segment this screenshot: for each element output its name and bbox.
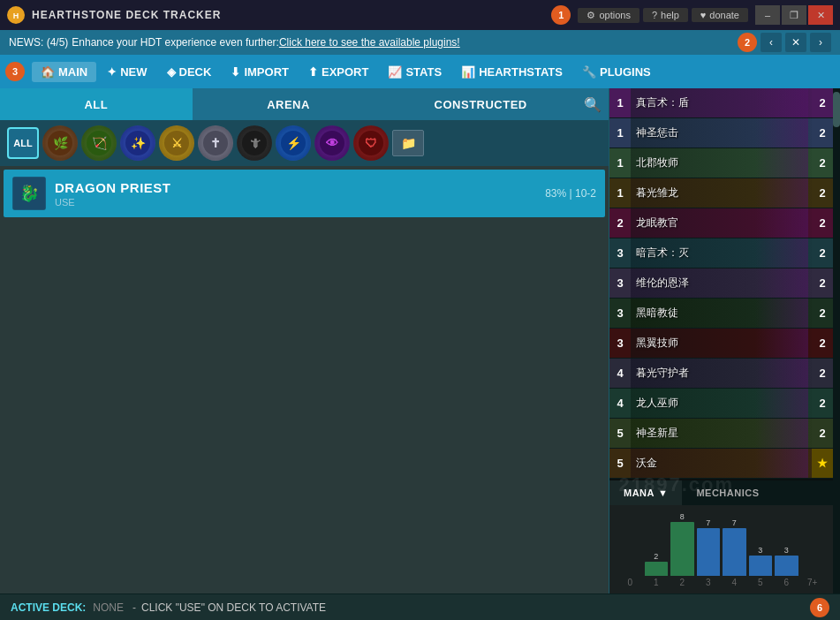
svg-text:⚔: ⚔ [171, 136, 183, 150]
hearthstats-icon: 📊 [461, 65, 475, 79]
card-count: 2 [812, 208, 833, 238]
bar-rect [723, 528, 746, 576]
card-cost: 1 [609, 88, 631, 118]
options-button[interactable]: ⚙ options [578, 8, 639, 23]
card-row[interactable]: 3暗言术：灭2 [609, 238, 833, 268]
filter-priest[interactable]: ✝ [198, 125, 233, 161]
filter-warrior[interactable]: 🛡 [353, 125, 389, 161]
filter-folder[interactable]: 📁 [392, 130, 424, 156]
card-row[interactable]: 3黑暗教徒2 [609, 299, 833, 329]
news-close-button[interactable]: ✕ [785, 33, 806, 52]
nav-deck[interactable]: ◈ DECK [158, 62, 221, 82]
bar-value-label: 3 [758, 546, 762, 555]
svg-text:H: H [13, 11, 19, 20]
filter-rogue[interactable]: 🗡 [237, 125, 272, 161]
card-name: 沃金 [631, 456, 812, 471]
card-cost: 3 [609, 238, 631, 268]
deck-item-dragon-priest[interactable]: 🐉 DRAGON PRIEST USE 83% | 10-2 [4, 170, 605, 217]
card-count: 2 [812, 268, 833, 299]
card-row[interactable]: 4暮光守护者2 [609, 359, 833, 389]
bar-group [618, 512, 642, 576]
heart-icon: ♥ [700, 10, 707, 20]
titlebar: H HEARTHSTONE DECK TRACKER 1 ⚙ options ?… [0, 0, 840, 30]
x-label: 5 [749, 578, 773, 587]
news-next-button[interactable]: › [810, 33, 831, 52]
chart-area: MANA ▼ MECHANICS 28773301234567+ [609, 479, 833, 594]
main-content: ALL ARENA CONSTRUCTED 🔍 ALL 🌿 🏹 ✨ ⚔ ✝ [0, 88, 840, 594]
card-row[interactable]: 1真言术：盾2 [609, 88, 833, 118]
card-row[interactable]: 3维伦的恩泽2 [609, 268, 833, 299]
card-cost: 5 [609, 449, 631, 479]
card-list-scrollbar[interactable] [833, 88, 840, 594]
chart-tab-mana[interactable]: MANA ▼ [609, 480, 682, 505]
dropdown-icon: ▼ [658, 488, 668, 498]
card-name: 暗言术：灭 [631, 246, 812, 261]
separator: - [132, 601, 136, 614]
filter-mage[interactable]: ✨ [120, 125, 155, 161]
newsbar: NEWS: (4/5) Enhance your HDT experience … [0, 30, 840, 55]
card-row[interactable]: 1北郡牧师2 [609, 148, 833, 178]
minimize-button[interactable]: – [755, 5, 780, 25]
card-count: 2 [812, 148, 833, 178]
svg-text:🌿: 🌿 [53, 136, 69, 151]
filter-hunter[interactable]: 🏹 [81, 125, 117, 161]
nav-hearthstats-label: HEARTHSTATS [479, 65, 563, 79]
nav-hearthstats[interactable]: 📊 HEARTHSTATS [452, 62, 571, 82]
navbar: 3 🏠 MAIN ✦ NEW ◈ DECK ⬇ IMPORT ⬆ EXPORT … [0, 55, 840, 88]
donate-button[interactable]: ♥ donate [692, 8, 748, 22]
news-prev-button[interactable]: ‹ [761, 33, 782, 52]
filter-shaman[interactable]: ⚡ [276, 125, 311, 161]
nav-stats[interactable]: 📈 STATS [379, 62, 450, 82]
card-cost: 4 [609, 389, 631, 419]
nav-main[interactable]: 🏠 MAIN [32, 62, 96, 82]
badge-3: 3 [5, 62, 25, 81]
none-label: NONE [93, 601, 124, 614]
deck-item-icon: 🐉 [12, 177, 46, 210]
search-button[interactable]: 🔍 [577, 88, 609, 120]
filter-warlock[interactable]: 👁 [314, 125, 350, 161]
bar-group [801, 512, 825, 576]
tab-arena[interactable]: ARENA [193, 88, 385, 120]
card-row[interactable]: 5沃金★ [609, 449, 833, 479]
help-label: help [661, 10, 679, 20]
nav-plugins[interactable]: 🔧 PLUGINS [573, 62, 660, 82]
x-label: 0 [618, 578, 642, 587]
card-row[interactable]: 2龙眠教官2 [609, 208, 833, 238]
filter-paladin[interactable]: ⚔ [159, 125, 194, 161]
news-link[interactable]: Click here to see the available plugins! [279, 36, 460, 49]
svg-text:🗡: 🗡 [248, 136, 261, 150]
filter-all[interactable]: ALL [7, 127, 39, 159]
deck-item-sub: USE [55, 197, 545, 208]
card-row[interactable]: 4龙人巫师2 [609, 389, 833, 419]
close-button[interactable]: ✕ [808, 5, 833, 25]
card-row[interactable]: 1神圣惩击2 [609, 118, 833, 148]
nav-export[interactable]: ⬆ EXPORT [299, 62, 377, 82]
card-name: 神圣惩击 [631, 125, 812, 140]
x-label: 6 [775, 578, 798, 587]
card-row[interactable]: 1暮光雏龙2 [609, 178, 833, 208]
card-name: 黑翼技师 [631, 336, 812, 351]
filter-druid[interactable]: 🌿 [42, 125, 78, 161]
tab-constructed[interactable]: CONSTRUCTED [384, 88, 577, 120]
chart-tab-mechanics[interactable]: MECHANICS [682, 480, 773, 505]
help-button[interactable]: ? help [643, 8, 688, 22]
svg-text:🛡: 🛡 [365, 136, 377, 150]
deck-icon: ◈ [167, 65, 176, 79]
left-panel: ALL ARENA CONSTRUCTED 🔍 ALL 🌿 🏹 ✨ ⚔ ✝ [0, 88, 609, 594]
card-row[interactable]: 5神圣新星2 [609, 419, 833, 449]
tab-all[interactable]: ALL [0, 88, 193, 120]
app-logo: H [7, 6, 25, 24]
news-nav: 2 ‹ ✕ › [738, 33, 831, 52]
nav-import[interactable]: ⬇ IMPORT [222, 62, 298, 82]
nav-new[interactable]: ✦ NEW [98, 62, 155, 82]
card-row[interactable]: 3黑翼技师2 [609, 329, 833, 359]
card-count: 2 [812, 178, 833, 208]
right-panel: 1真言术：盾21神圣惩击21北郡牧师21暮光雏龙22龙眠教官23暗言术：灭23维… [609, 88, 833, 594]
news-prefix: NEWS: (4/5) [9, 36, 68, 49]
restore-button[interactable]: ❐ [782, 5, 806, 25]
deck-item-info: DRAGON PRIEST USE [55, 180, 545, 208]
import-icon: ⬇ [231, 65, 240, 79]
nav-plugins-label: PLUGINS [600, 65, 651, 79]
deck-tabs: ALL ARENA CONSTRUCTED 🔍 [0, 88, 609, 120]
mana-bars-row: 287733 [617, 512, 826, 576]
